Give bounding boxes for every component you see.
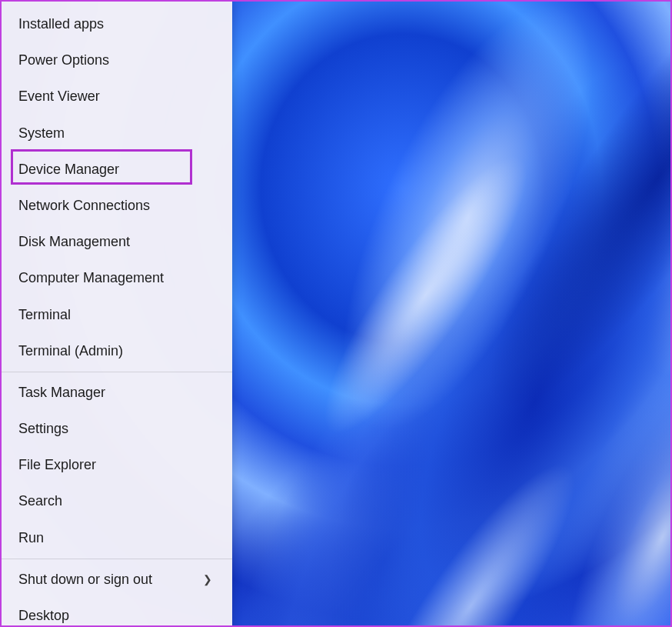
menu-item-terminal-admin[interactable]: Terminal (Admin) [2,333,232,369]
menu-item-installed-apps[interactable]: Installed apps [2,6,232,42]
menu-item-label: File Explorer [18,455,96,475]
menu-item-label: Shut down or sign out [18,570,152,589]
menu-item-label: Device Manager [18,160,119,179]
menu-item-label: Network Connections [18,196,150,215]
menu-item-desktop[interactable]: Desktop [2,598,232,627]
menu-item-task-manager[interactable]: Task Manager [2,375,232,411]
menu-item-event-viewer[interactable]: Event Viewer [2,78,232,115]
winx-context-menu: Installed apps Power Options Event Viewe… [2,2,232,627]
menu-item-file-explorer[interactable]: File Explorer [2,447,232,483]
menu-item-label: Event Viewer [18,87,100,106]
menu-item-label: Power Options [18,51,109,70]
menu-item-label: Terminal [18,305,71,325]
menu-item-power-options[interactable]: Power Options [2,42,232,78]
menu-item-terminal[interactable]: Terminal [2,297,232,333]
menu-item-label: Task Manager [18,383,105,402]
menu-item-label: Terminal (Admin) [18,342,123,361]
menu-item-label: Disk Management [18,232,130,252]
menu-item-label: Desktop [18,606,69,625]
menu-item-label: Installed apps [18,15,104,34]
menu-item-network-connections[interactable]: Network Connections [2,188,232,224]
menu-item-device-manager[interactable]: Device Manager [2,152,232,188]
menu-item-label: System [18,124,65,143]
menu-item-run[interactable]: Run [2,520,232,556]
menu-item-search[interactable]: Search [2,483,232,519]
menu-item-system[interactable]: System [2,115,232,152]
menu-item-shut-down-sign-out[interactable]: Shut down or sign out ❯ [2,562,232,598]
menu-item-disk-management[interactable]: Disk Management [2,224,232,260]
menu-item-label: Search [18,492,62,511]
menu-item-label: Settings [18,419,68,439]
menu-separator [2,372,232,372]
menu-item-label: Computer Management [18,268,164,288]
menu-item-settings[interactable]: Settings [2,411,232,447]
chevron-right-icon: ❯ [203,572,212,588]
menu-item-computer-management[interactable]: Computer Management [2,260,232,296]
menu-separator [2,559,232,559]
menu-item-label: Run [18,529,44,548]
